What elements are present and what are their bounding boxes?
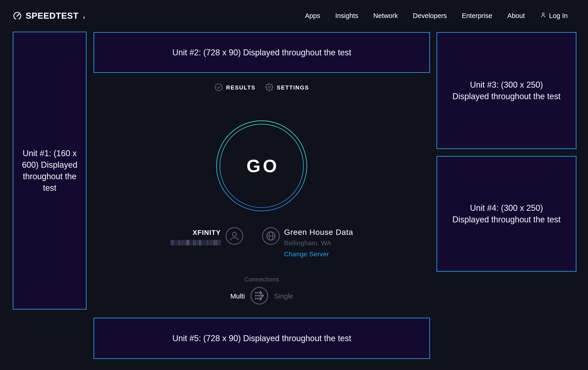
ad-unit-2[interactable]: Unit #2: (728 x 90) Displayed throughout… — [94, 32, 430, 73]
go-button[interactable]: GO — [216, 120, 307, 211]
tab-settings[interactable]: SETTINGS — [265, 83, 309, 92]
user-icon — [540, 11, 547, 20]
gear-icon — [265, 83, 273, 92]
go-gauge-rings — [216, 120, 307, 211]
results-settings-bar: RESULTS SETTINGS — [94, 83, 430, 92]
ad-unit-4[interactable]: Unit #4: (300 x 250) Displayed throughou… — [437, 156, 577, 272]
provider-ip-redacted — [170, 240, 221, 245]
change-server-link[interactable]: Change Server — [284, 250, 353, 258]
logo-text: SPEEDTEST — [26, 11, 79, 21]
nav-item-developers[interactable]: Developers — [413, 12, 447, 20]
login-button[interactable]: Log In — [540, 11, 568, 20]
header: SPEEDTEST Apps Insights Network Develope… — [0, 0, 588, 32]
provider-info: XFINITY — [170, 227, 243, 246]
nav-item-insights[interactable]: Insights — [335, 12, 358, 20]
tab-results[interactable]: RESULTS — [215, 83, 256, 92]
server-name: Green House Data — [284, 228, 353, 237]
check-circle-icon — [215, 83, 223, 92]
connections-toggle: Multi Single — [94, 287, 430, 305]
connections-multi-option[interactable]: Multi — [230, 292, 245, 300]
nav-item-network[interactable]: Network — [373, 12, 398, 20]
nav-item-apps[interactable]: Apps — [305, 12, 320, 20]
trademark-mark — [83, 16, 84, 19]
multi-connection-icon[interactable] — [250, 287, 268, 306]
connections-label: Connections — [94, 276, 430, 283]
ad-unit-1[interactable]: Unit #1: (160 x 600) Displayed throughou… — [13, 32, 87, 310]
nav-item-enterprise[interactable]: Enterprise — [462, 12, 492, 20]
provider-name: XFINITY — [170, 228, 221, 237]
globe-circle-icon — [262, 227, 280, 246]
nav-item-about[interactable]: About — [507, 12, 525, 20]
speedometer-gauge-icon — [13, 11, 22, 20]
user-circle-icon — [225, 227, 243, 246]
connections-single-option[interactable]: Single — [274, 292, 293, 300]
ad-unit-3[interactable]: Unit #3: (300 x 250) Displayed throughou… — [437, 32, 577, 149]
server-location: Bellingham, WA — [284, 240, 353, 247]
main-nav: Apps Insights Network Developers Enterpr… — [305, 11, 568, 20]
speedtest-logo[interactable]: SPEEDTEST — [13, 11, 82, 21]
connection-info-row: XFINITY Green House Data Bellingham, W — [94, 227, 430, 258]
ad-unit-5[interactable]: Unit #5: (728 x 90) Displayed throughout… — [94, 318, 430, 359]
server-info: Green House Data Bellingham, WA Change S… — [262, 227, 353, 258]
